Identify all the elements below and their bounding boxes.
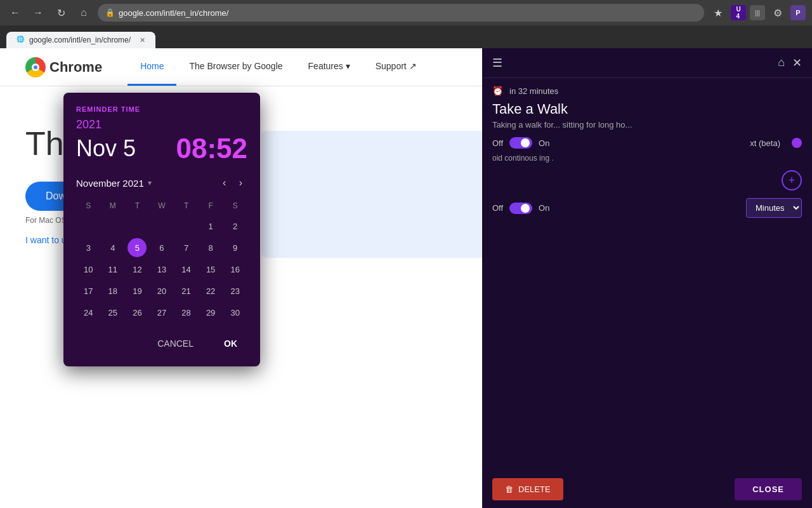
close-label: CLOSE: [752, 485, 784, 494]
extension-icon-ud[interactable]: U4: [731, 5, 746, 20]
ok-button[interactable]: OK: [214, 333, 247, 354]
reload-button[interactable]: ↻: [52, 4, 70, 22]
cal-empty: [177, 217, 196, 236]
panel-footer: 🗑 DELETE CLOSE: [482, 471, 812, 508]
add-reminder-button[interactable]: +: [782, 170, 802, 190]
calendar-modal: REMINDER TIME 2021 Nov 5 08:52 November …: [63, 93, 260, 366]
forward-button[interactable]: →: [29, 4, 47, 22]
cal-day-28[interactable]: 28: [177, 303, 196, 322]
extension-icon-bar[interactable]: |||: [750, 5, 765, 20]
profile-avatar[interactable]: P: [790, 5, 806, 20]
day-header-sat: S: [223, 199, 247, 213]
nav-browser-by-google[interactable]: The Browser by Google: [176, 48, 295, 86]
cal-day-18[interactable]: 18: [103, 281, 122, 300]
cal-day-23[interactable]: 23: [226, 281, 245, 300]
cal-day-1[interactable]: 1: [201, 217, 220, 236]
cal-day-14[interactable]: 14: [177, 260, 196, 279]
address-bar[interactable]: 🔒 google.com/intl/en_in/chrome/: [98, 4, 704, 22]
active-tab[interactable]: 🌐 google.com/intl/en_in/chrome/ ✕: [6, 32, 155, 48]
cal-day-9[interactable]: 9: [226, 238, 245, 257]
toggle2-off-label: Off: [492, 203, 503, 213]
toolbar-right: ★ U4 ||| ⚙ P: [709, 4, 806, 22]
cal-day-25[interactable]: 25: [103, 303, 122, 322]
nav-home[interactable]: Home: [128, 48, 176, 86]
clock-icon: ⏰: [492, 86, 503, 96]
cal-day-21[interactable]: 21: [177, 281, 196, 300]
cal-day-12[interactable]: 12: [128, 260, 147, 279]
modal-actions: CANCEL OK: [76, 333, 247, 354]
cal-day-30[interactable]: 30: [226, 303, 245, 322]
toggle1-off-label: Off: [492, 138, 503, 148]
delete-button[interactable]: 🗑 DELETE: [492, 478, 563, 500]
cal-day-13[interactable]: 13: [152, 260, 171, 279]
cal-day-22[interactable]: 22: [201, 281, 220, 300]
cal-day-11[interactable]: 11: [103, 260, 122, 279]
calendar-week-1: 1 2: [76, 215, 247, 237]
hamburger-icon[interactable]: ☰: [492, 56, 502, 70]
calendar-grid: S M T W T F S 1 2: [76, 199, 247, 323]
nav-links: Home The Browser by Google Features ▾ Su…: [128, 48, 429, 86]
tab-favicon: 🌐: [16, 36, 25, 44]
cal-day-20[interactable]: 20: [152, 281, 171, 300]
reminder-time-item: ⏰ in 32 minutes: [492, 86, 802, 96]
bookmark-icon[interactable]: ★: [709, 4, 727, 22]
minutes-selector[interactable]: Minutes Hours Days: [746, 198, 802, 218]
cal-empty: [128, 217, 147, 236]
day-header-fri: F: [199, 199, 223, 213]
add-reminder-row: +: [492, 170, 802, 190]
month-navigation: November 2021 ▾ ‹ ›: [76, 175, 247, 191]
panel-body: ⏰ in 32 minutes Take a Walk Taking a wal…: [482, 78, 812, 471]
chrome-logo-inner-circle: [32, 64, 39, 71]
cal-day-27[interactable]: 27: [152, 303, 171, 322]
cal-day-17[interactable]: 17: [79, 281, 98, 300]
cal-day-3[interactable]: 3: [79, 238, 98, 257]
cal-day-15[interactable]: 15: [201, 260, 220, 279]
cal-day-29[interactable]: 29: [201, 303, 220, 322]
cal-day-19[interactable]: 19: [128, 281, 147, 300]
home-button[interactable]: ⌂: [75, 4, 93, 22]
settings-icon[interactable]: ⚙: [769, 4, 787, 22]
cal-day-24[interactable]: 24: [79, 303, 98, 322]
toggle-2[interactable]: [509, 203, 532, 214]
cal-day-16[interactable]: 16: [226, 260, 245, 279]
toggle1-on-label: On: [539, 138, 549, 148]
cal-day-10[interactable]: 10: [79, 260, 98, 279]
time-large: 08:52: [176, 133, 247, 164]
close-panel-icon[interactable]: ✕: [792, 56, 802, 70]
cal-day-5[interactable]: 5: [128, 238, 147, 257]
reminder-time-text: in 32 minutes: [509, 86, 558, 96]
cancel-button[interactable]: CANCEL: [147, 333, 204, 354]
address-text: google.com/intl/en_in/chrome/: [119, 8, 228, 18]
cal-day-6[interactable]: 6: [152, 238, 171, 257]
toggle-1[interactable]: [509, 137, 532, 149]
toggle-row-2: Off On Minutes Hours Days: [492, 198, 802, 218]
cal-day-7[interactable]: 7: [177, 238, 196, 257]
toggle-2-knob: [521, 204, 530, 213]
back-button[interactable]: ←: [6, 4, 24, 22]
close-button[interactable]: CLOSE: [735, 478, 802, 500]
cal-day-2[interactable]: 2: [226, 217, 245, 236]
cal-day-8[interactable]: 8: [201, 238, 220, 257]
security-icon: 🔒: [105, 8, 115, 17]
next-month-button[interactable]: ›: [234, 175, 247, 191]
dropdown-icon: ▾: [148, 178, 152, 187]
tab-close-icon[interactable]: ✕: [140, 36, 145, 44]
chrome-logo: Chrome: [25, 57, 102, 77]
month-nav-buttons: ‹ ›: [218, 175, 247, 191]
nav-features[interactable]: Features ▾: [296, 48, 363, 86]
delete-label: DELETE: [518, 485, 551, 494]
home-panel-icon[interactable]: ⌂: [778, 56, 785, 70]
prev-month-button[interactable]: ‹: [218, 175, 231, 191]
reminder-description: Taking a walk for... sitting for long ho…: [492, 120, 802, 130]
cal-empty: [152, 217, 171, 236]
day-header-tue: T: [125, 199, 150, 213]
browser-window: ← → ↻ ⌂ 🔒 google.com/intl/en_in/chrome/ …: [0, 0, 812, 508]
day-header-mon: M: [101, 199, 126, 213]
calendar-week-4: 17 18 19 20 21 22 23: [76, 280, 247, 302]
cal-day-4[interactable]: 4: [103, 238, 122, 257]
cal-day-26[interactable]: 26: [128, 303, 147, 322]
date-time-row: Nov 5 08:52: [76, 133, 247, 164]
year-display: 2021: [76, 118, 247, 131]
nav-support[interactable]: Support ↗: [363, 48, 429, 86]
toggle2-on-label: On: [539, 203, 549, 213]
